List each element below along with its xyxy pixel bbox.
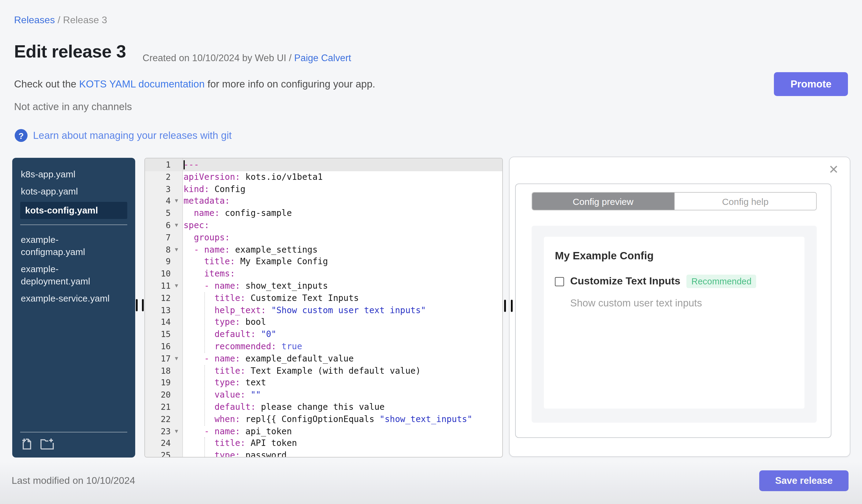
sidebar-file-example-configmap.yaml[interactable]: example-configmap.yaml [12, 231, 135, 261]
code-line-24[interactable]: 24 title: API token [145, 438, 502, 450]
code-line-1[interactable]: 1--- [145, 159, 502, 171]
fold-arrow-icon[interactable]: ▼ [171, 220, 182, 232]
line-number: 6 [145, 220, 171, 232]
code-line-22[interactable]: 22 when: repl{{ ConfigOptionEquals "show… [145, 413, 502, 425]
code-line-25[interactable]: 25 type: password [145, 450, 502, 457]
code-text: type: bool [182, 317, 266, 329]
line-number: 11 [145, 280, 171, 292]
line-number: 4 [145, 196, 171, 208]
code-text: title: My Example Config [182, 256, 328, 268]
line-number: 19 [145, 377, 171, 389]
channel-status: Not active in any channels [14, 101, 132, 112]
code-line-7[interactable]: 7 groups: [145, 232, 502, 244]
code-text: apiVersion: kots.io/v1beta1 [182, 171, 323, 184]
code-text: items: [182, 268, 235, 280]
fold-arrow-icon[interactable]: ▼ [171, 425, 182, 438]
code-text: kind: Config [182, 183, 245, 196]
sidebar-file-example-deployment.yaml[interactable]: example-deployment.yaml [12, 261, 135, 290]
fold-gutter [171, 450, 182, 457]
code-line-9[interactable]: 9 title: My Example Config [145, 256, 502, 268]
created-text: Created on 10/10/2024 by Web UI / [143, 53, 294, 63]
sidebar-file-kots-config.yaml[interactable]: kots-config.yaml [20, 202, 127, 219]
fold-gutter [171, 341, 182, 353]
code-line-23[interactable]: 23▼ - name: api_token [145, 425, 502, 438]
code-line-4[interactable]: 4▼metadata: [145, 196, 502, 208]
customize-text-inputs-checkbox[interactable] [555, 277, 564, 286]
fold-gutter [171, 377, 182, 389]
code-line-10[interactable]: 10 items: [145, 268, 502, 280]
fold-gutter [171, 207, 182, 220]
fold-gutter [171, 401, 182, 413]
indent-guide [204, 292, 205, 353]
code-text: default: "0" [182, 329, 276, 341]
line-number: 25 [145, 450, 171, 457]
code-line-12[interactable]: 12 title: Customize Text Inputs [145, 292, 502, 305]
fold-gutter [171, 329, 182, 341]
code-line-6[interactable]: 6▼spec: [145, 220, 502, 232]
code-line-3[interactable]: 3kind: Config [145, 183, 502, 196]
code-line-8[interactable]: 8▼ - name: example_settings [145, 244, 502, 256]
code-line-16[interactable]: 16 recommended: true [145, 341, 502, 353]
code-area[interactable]: 1---2apiVersion: kots.io/v1beta13kind: C… [145, 158, 502, 457]
config-item-label: Customize Text Inputs [570, 275, 680, 288]
tab-config-help[interactable]: Config help [674, 193, 816, 210]
fold-arrow-icon[interactable]: ▼ [171, 353, 182, 365]
line-number: 5 [145, 207, 171, 220]
text-caret [184, 160, 184, 170]
fold-arrow-icon[interactable]: ▼ [171, 196, 182, 208]
code-text: help_text: "Show custom user text inputs… [182, 304, 426, 317]
code-line-13[interactable]: 13 help_text: "Show custom user text inp… [145, 304, 502, 317]
code-line-14[interactable]: 14 type: bool [145, 317, 502, 329]
promote-button[interactable]: Promote [774, 72, 848, 96]
code-text: default: please change this value [182, 401, 384, 413]
code-text: - name: api_token [182, 425, 292, 438]
preview-body: My Example Config Customize Text Inputs … [532, 226, 817, 423]
fold-gutter [171, 256, 182, 268]
sidebar-divider [20, 225, 127, 225]
fold-gutter [171, 317, 182, 329]
fold-gutter [171, 268, 182, 280]
left-split-handle-bar[interactable] [135, 299, 138, 311]
right-split-handle-bar[interactable] [511, 300, 513, 312]
code-line-19[interactable]: 19 type: text [145, 377, 502, 389]
add-file-icon[interactable] [21, 437, 34, 450]
code-text: spec: [182, 220, 209, 232]
code-text: metadata: [182, 196, 230, 208]
kots-yaml-doc-link[interactable]: KOTS YAML documentation [79, 78, 205, 89]
fold-arrow-icon[interactable]: ▼ [171, 280, 182, 292]
code-line-17[interactable]: 17▼ - name: example_default_value [145, 353, 502, 365]
line-number: 8 [145, 244, 171, 256]
sidebar-file-kots-app.yaml[interactable]: kots-app.yaml [12, 183, 135, 200]
code-line-5[interactable]: 5 name: config-sample [145, 207, 502, 220]
line-number: 16 [145, 341, 171, 353]
code-text: - name: show_text_inputs [182, 280, 328, 292]
config-group-title: My Example Config [555, 250, 654, 262]
code-text: groups: [182, 232, 230, 244]
breadcrumb: Releases / Release 3 [14, 15, 107, 26]
config-preview-pane: ✕ Config previewConfig help My Example C… [509, 157, 850, 457]
fold-gutter [171, 413, 182, 425]
code-line-20[interactable]: 20 value: "" [145, 389, 502, 401]
code-text: type: password [182, 450, 287, 457]
save-release-button[interactable]: Save release [759, 470, 849, 491]
code-text: name: config-sample [182, 207, 292, 220]
code-line-21[interactable]: 21 default: please change this value [145, 401, 502, 413]
tab-config-preview[interactable]: Config preview [532, 193, 674, 210]
code-line-2[interactable]: 2apiVersion: kots.io/v1beta1 [145, 171, 502, 184]
fold-arrow-icon[interactable]: ▼ [171, 244, 182, 256]
line-number: 12 [145, 292, 171, 305]
right-split-handle-bar[interactable] [504, 300, 506, 312]
code-line-15[interactable]: 15 default: "0" [145, 329, 502, 341]
code-line-11[interactable]: 11▼ - name: show_text_inputs [145, 280, 502, 292]
close-icon[interactable]: ✕ [828, 163, 839, 175]
created-author-link[interactable]: Paige Calvert [294, 53, 351, 63]
sidebar-file-example-service.yaml[interactable]: example-service.yaml [12, 290, 135, 307]
add-folder-icon[interactable] [40, 437, 55, 450]
yaml-editor[interactable]: 1---2apiVersion: kots.io/v1beta13kind: C… [144, 158, 503, 457]
learn-git-link[interactable]: Learn about managing your releases with … [33, 130, 232, 141]
fold-gutter [171, 183, 182, 196]
breadcrumb-releases-link[interactable]: Releases [14, 15, 55, 25]
code-line-18[interactable]: 18 title: Text Example (with default val… [145, 365, 502, 377]
left-split-handle-bar[interactable] [142, 299, 143, 311]
sidebar-file-k8s-app.yaml[interactable]: k8s-app.yaml [12, 166, 135, 183]
